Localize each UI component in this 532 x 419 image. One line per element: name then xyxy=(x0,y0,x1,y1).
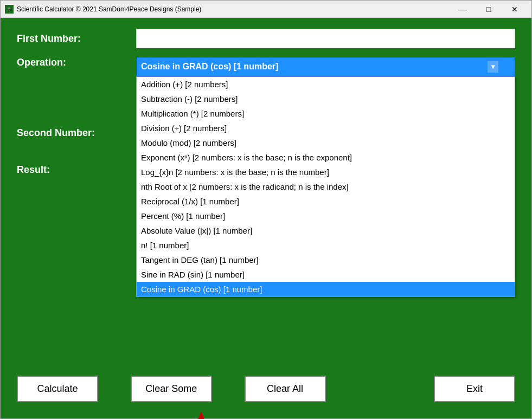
main-window: ≡ Scientific Calculator © 2021 SamDom4Pe… xyxy=(0,0,532,419)
exit-button[interactable]: Exit xyxy=(434,376,515,402)
first-number-input[interactable] xyxy=(136,29,515,48)
operation-dropdown[interactable]: Cosine in GRAD (cos) [1 number] ▾ Additi… xyxy=(136,57,515,76)
dropdown-item[interactable]: Absolute Value (|x|) [1 number] xyxy=(137,223,515,238)
dropdown-item[interactable]: n! [1 number] xyxy=(137,238,515,253)
dropdown-item[interactable]: Cosine in GRAD (cos) [1 number] xyxy=(137,282,515,296)
maximize-button[interactable]: □ xyxy=(476,3,501,16)
clear-all-button[interactable]: Clear All xyxy=(245,376,326,402)
dropdown-item[interactable]: Log_{x}n [2 numbers: x is the base; n is… xyxy=(137,165,515,179)
dropdown-item[interactable]: nth Root of x [2 numbers: x is the radic… xyxy=(137,179,515,194)
dropdown-list: Addition (+) [2 numbers]Subtraction (-) … xyxy=(136,76,515,297)
dropdown-item[interactable]: Reciprocal (1/x) [1 number] xyxy=(137,194,515,209)
operation-row: Operation: Cosine in GRAD (cos) [1 numbe… xyxy=(17,57,515,76)
result-label: Result: xyxy=(17,162,136,176)
dropdown-item[interactable]: Division (÷) [2 numbers] xyxy=(137,121,515,136)
title-bar-left: ≡ Scientific Calculator © 2021 SamDom4Pe… xyxy=(5,5,201,14)
clear-some-button[interactable]: Clear Some xyxy=(131,376,212,402)
close-button[interactable]: ✕ xyxy=(502,3,527,16)
minimize-button[interactable]: — xyxy=(450,3,475,16)
first-number-label: First Number: xyxy=(17,33,136,44)
dropdown-item[interactable]: Tangent in DEG (tan) [1 number] xyxy=(137,253,515,267)
dropdown-selected[interactable]: Cosine in GRAD (cos) [1 number] ▾ xyxy=(136,57,515,76)
dropdown-item[interactable]: Exponent (xⁿ) [2 numbers: x is the base;… xyxy=(137,150,515,165)
arrow-annotation xyxy=(180,411,223,419)
title-bar-controls: — □ ✕ xyxy=(450,3,527,16)
operation-label: Operation: xyxy=(17,57,136,68)
dropdown-item[interactable]: Multiplication (*) [2 numbers] xyxy=(137,106,515,121)
window-title: Scientific Calculator © 2021 SamDom4Peac… xyxy=(17,5,201,13)
calculate-button[interactable]: Calculate xyxy=(17,376,98,402)
button-row: Calculate Clear Some Clear All Exit xyxy=(17,376,515,402)
app-icon: ≡ xyxy=(5,5,14,14)
title-bar: ≡ Scientific Calculator © 2021 SamDom4Pe… xyxy=(1,1,531,18)
dropdown-item[interactable]: Percent (%) [1 number] xyxy=(137,209,515,223)
dropdown-item[interactable]: Modulo (mod) [2 numbers] xyxy=(137,136,515,150)
main-content: First Number: Operation: Cosine in GRAD … xyxy=(1,18,531,418)
dropdown-arrow-icon: ▾ xyxy=(488,61,498,73)
dropdown-item[interactable]: Sine in RAD (sin) [1 number] xyxy=(137,267,515,282)
first-number-row: First Number: xyxy=(17,29,515,48)
svg-marker-1 xyxy=(195,411,208,419)
second-number-label: Second Number: xyxy=(17,127,136,139)
dropdown-selected-text: Cosine in GRAD (cos) [1 number] xyxy=(141,62,278,72)
dropdown-item[interactable]: Addition (+) [2 numbers] xyxy=(137,77,515,92)
dropdown-item[interactable]: Subtraction (-) [2 numbers] xyxy=(137,92,515,106)
